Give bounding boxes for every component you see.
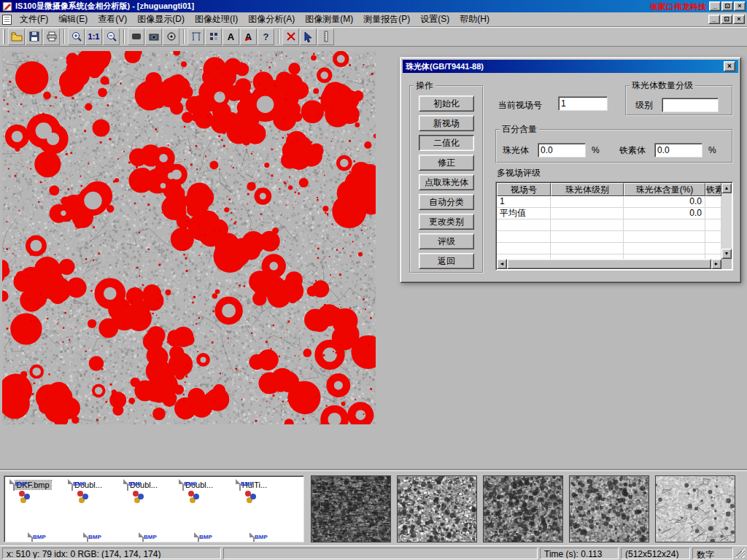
pearlite-percent-input[interactable]: [538, 143, 586, 158]
target-button[interactable]: [163, 28, 179, 45]
resize-grip[interactable]: [735, 548, 745, 558]
scrollbar-corner: [721, 259, 732, 269]
file-list: BMP DKF.bmp BMP Doubl... BMP Doubl... BM…: [4, 475, 304, 542]
table-row[interactable]: 平均值 0.0: [497, 208, 721, 219]
thumbnail-3[interactable]: [483, 475, 563, 542]
text-icon: A: [228, 31, 234, 42]
multi-field-table: 视场号 珠光体级别 珠光体含量(%) 铁素 1 0.0 平均值 0.0: [495, 182, 733, 271]
minimize-button[interactable]: _: [709, 1, 721, 11]
header-pearlite-grade[interactable]: 珠光体级别: [551, 183, 624, 196]
title-bar: IS100显微摄像系统(金相分析版) - [zhuguangti01] _ ⊡ …: [0, 0, 747, 12]
help-button[interactable]: ?: [258, 28, 274, 45]
file-item[interactable]: BMP: [172, 533, 225, 542]
menu-image-process[interactable]: 图像处理(I): [190, 12, 243, 27]
current-field-input[interactable]: [558, 96, 608, 111]
table-horizontal-scrollbar[interactable]: ◄ ►: [497, 259, 721, 269]
thumbnail-4[interactable]: [569, 475, 649, 542]
grading-legend: 珠光体数量分级: [630, 79, 695, 92]
cell-extra: [705, 208, 721, 219]
text-delete-button[interactable]: A: [240, 28, 257, 45]
file-item[interactable]: BMP: [228, 533, 280, 542]
grade-input[interactable]: [662, 98, 719, 112]
zoom-out-icon: [105, 30, 118, 43]
file-item[interactable]: BMP Doubl...: [61, 479, 114, 490]
pointer-measure-button[interactable]: [300, 28, 317, 45]
caliper-button[interactable]: [187, 28, 204, 45]
actual-size-button[interactable]: 1:1: [85, 28, 102, 45]
mode-field: 数字: [692, 548, 733, 559]
menu-file[interactable]: 文件(F): [15, 12, 53, 27]
ferrite-percent-input[interactable]: [654, 143, 703, 158]
toolbar-handle[interactable]: [3, 29, 5, 44]
menu-image-measure[interactable]: 图像测量(M): [300, 12, 358, 27]
cut-button[interactable]: [282, 28, 299, 45]
new-field-button[interactable]: 新视场: [419, 115, 474, 131]
scrollbar-thumb[interactable]: [507, 259, 711, 269]
menu-settings[interactable]: 设置(S): [415, 12, 454, 27]
header-pearlite-content[interactable]: 珠光体含量(%): [624, 183, 705, 196]
menu-image-display[interactable]: 图像显示(D): [132, 12, 190, 27]
thumbnail-5[interactable]: [655, 475, 735, 542]
table-body: 1 0.0 平均值 0.0: [497, 196, 721, 259]
zoom-in-icon: [70, 30, 83, 43]
cell-content: 0.0: [624, 196, 705, 207]
file-item[interactable]: BMP: [6, 533, 58, 542]
initialize-button[interactable]: 初始化: [419, 96, 474, 112]
file-item[interactable]: BMP: [117, 533, 169, 542]
scroll-right-icon[interactable]: ►: [711, 259, 721, 269]
dialog-close-button[interactable]: ×: [724, 61, 735, 71]
caliper-icon: [190, 30, 203, 43]
binarize-button[interactable]: 二值化: [419, 135, 474, 151]
menu-help[interactable]: 帮助(H): [454, 12, 495, 27]
close-button[interactable]: ×: [734, 1, 746, 11]
bmp-file-icon: BMP: [253, 532, 255, 542]
zoom-in-button[interactable]: [68, 28, 85, 45]
change-class-button[interactable]: 更改类别: [419, 214, 474, 230]
pattern-grid-button[interactable]: [205, 28, 222, 45]
text-button[interactable]: A: [222, 28, 239, 45]
child-restore-button[interactable]: ⊡: [721, 15, 732, 24]
menu-measure-report[interactable]: 测量报告(P): [358, 12, 415, 27]
file-item[interactable]: BMP HuiTi...: [228, 479, 280, 490]
header-ferrite[interactable]: 铁素: [705, 183, 721, 196]
pick-pearlite-button[interactable]: 点取珠光体: [419, 174, 474, 190]
restore-button[interactable]: ⊡: [721, 1, 733, 11]
header-field-no[interactable]: 视场号: [497, 183, 551, 196]
file-item[interactable]: BMP Doubl...: [117, 479, 169, 490]
open-button[interactable]: [8, 28, 25, 45]
document-icon[interactable]: [2, 15, 12, 25]
file-item[interactable]: BMP Doubl...: [172, 479, 225, 490]
zoom-out-button[interactable]: [103, 28, 120, 45]
menu-edit[interactable]: 编辑(E): [53, 12, 93, 27]
print-button[interactable]: [43, 28, 60, 45]
menu-view[interactable]: 查看(V): [93, 12, 132, 27]
paint-splat-icon: [77, 491, 83, 497]
ruler-button[interactable]: [317, 28, 334, 45]
auto-classify-button[interactable]: 自动分类: [419, 194, 474, 210]
child-close-button[interactable]: ×: [733, 15, 745, 24]
scroll-down-icon[interactable]: ▼: [721, 249, 732, 259]
table-row[interactable]: 1 0.0: [497, 196, 721, 208]
percent-group: 百分含量 珠光体 % 铁素体 %: [495, 123, 733, 163]
correct-button[interactable]: 修正: [419, 155, 474, 171]
scroll-up-icon[interactable]: ▲: [721, 183, 732, 193]
menu-image-analysis[interactable]: 图像分析(A): [243, 12, 300, 27]
scroll-left-icon[interactable]: ◄: [497, 259, 507, 269]
thumbnail-1[interactable]: [311, 475, 391, 542]
cell-grade: [551, 196, 624, 207]
display-mode-button[interactable]: [128, 28, 144, 45]
return-button[interactable]: 返回: [419, 253, 474, 269]
file-item[interactable]: BMP DKF.bmp: [6, 479, 58, 490]
micrograph-image[interactable]: [2, 51, 376, 424]
thumbnail-2[interactable]: [397, 475, 477, 542]
table-vertical-scrollbar[interactable]: ▲ ▼: [721, 183, 732, 259]
bmp-file-icon: BMP: [182, 479, 184, 491]
save-button[interactable]: [26, 28, 42, 45]
cell-grade: [551, 208, 624, 219]
dialog-title-bar[interactable]: 珠光体(GB/T9441-88) ×: [403, 60, 738, 73]
ferrite-label: 铁素体: [619, 143, 646, 158]
rate-button[interactable]: 评级: [419, 233, 474, 249]
file-item[interactable]: BMP: [61, 533, 114, 542]
camera-button[interactable]: [145, 28, 162, 45]
child-minimize-button[interactable]: _: [708, 15, 720, 24]
